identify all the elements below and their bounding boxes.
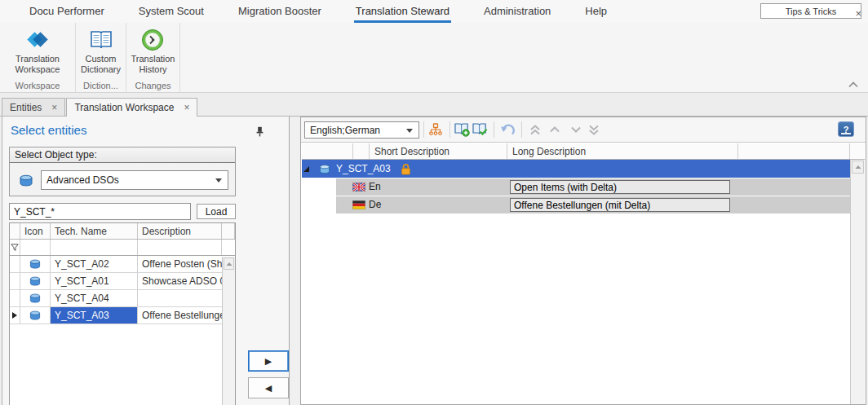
entity-node-row-selected[interactable]: Y_SCT_A03: [302, 160, 850, 178]
menu-help[interactable]: Help: [583, 1, 609, 23]
adso-icon: [20, 273, 51, 289]
scroll-up-icon[interactable]: [224, 258, 234, 270]
ribbon-collapse-chevron-icon[interactable]: [848, 81, 858, 88]
translation-workspace-button[interactable]: TranslationWorkspace: [16, 26, 60, 75]
entity-table-header: Icon Tech. Name Description: [10, 223, 235, 240]
database-icon: [18, 174, 34, 187]
ribbon-group-workspace: TranslationWorkspace Workspace: [0, 23, 76, 92]
filter-description-cell[interactable]: [138, 240, 222, 255]
table-row[interactable]: Y_SCT_A02 Offene Posten (Showa...: [10, 256, 222, 273]
long-description-field[interactable]: Offene Bestellungen (mit Delta): [510, 198, 730, 212]
language-code: De: [369, 199, 381, 210]
tech-name-cell[interactable]: Y_SCT_A02: [51, 256, 138, 272]
tech-name-cell[interactable]: Y_SCT_A01: [51, 273, 138, 289]
header-scroll-cell: [850, 143, 865, 159]
header-icon[interactable]: Icon: [20, 223, 51, 239]
header-long-description[interactable]: Long Description: [507, 143, 738, 159]
header-empty-cell: [738, 143, 850, 159]
select-entities-panel: Select entities Select Object type: Adva…: [2, 117, 290, 405]
header-empty-cell: [302, 143, 353, 159]
tab-entities[interactable]: Entities ×: [2, 98, 65, 116]
load-button[interactable]: Load: [197, 204, 236, 219]
scroll-up-icon[interactable]: [852, 161, 864, 174]
chevron-down-icon: [215, 178, 222, 183]
row-indicator-cell: [10, 273, 20, 289]
description-cell[interactable]: Offene Posten (Showa...: [138, 256, 222, 272]
object-type-value: Advanced DSOs: [46, 174, 119, 186]
close-document-icon[interactable]: ×: [855, 7, 861, 20]
translation-grid-scrollbar[interactable]: [850, 160, 865, 404]
language-code: En: [369, 181, 381, 192]
language-row[interactable]: De Offene Bestellungen (mit Delta): [302, 196, 850, 214]
ribbon-button-label: Custom: [86, 54, 117, 64]
toolbar-separator: [521, 121, 522, 138]
help-button[interactable]: ?: [838, 121, 854, 137]
close-icon[interactable]: ×: [184, 103, 189, 112]
object-type-group: Select Object type: Advanced DSOs: [9, 147, 236, 196]
entity-table-scrollbar[interactable]: [222, 257, 235, 405]
document-tab-strip: Entities × Translation Workspace ×: [0, 93, 868, 117]
entity-table: Icon Tech. Name Description: [9, 222, 236, 405]
tech-name-cell[interactable]: Y_SCT_A03: [51, 307, 138, 324]
menu-translation-steward[interactable]: Translation Steward: [354, 1, 451, 23]
next-item-icon[interactable]: [567, 121, 585, 139]
tips-and-tricks-button[interactable]: Tips & Tricks: [760, 3, 861, 19]
header-scroll-cell: [222, 223, 235, 239]
header-description[interactable]: Description: [138, 223, 222, 239]
ribbon: TranslationWorkspace Workspace: [0, 23, 868, 93]
ribbon-group-label: Workspace: [16, 81, 60, 92]
filter-funnel-icon[interactable]: [10, 240, 20, 255]
first-item-icon[interactable]: [526, 121, 544, 139]
language-row[interactable]: En Open Items (with Delta): [302, 178, 850, 196]
menu-docu-performer[interactable]: Docu Performer: [28, 1, 106, 23]
germany-flag-icon: [352, 200, 365, 209]
filter-tech-name-cell[interactable]: [51, 240, 138, 255]
description-cell[interactable]: [138, 290, 222, 306]
add-to-dictionary-button[interactable]: [453, 121, 471, 139]
move-right-button[interactable]: ▶: [248, 350, 289, 372]
table-row[interactable]: Y_SCT_A04: [10, 290, 222, 307]
expand-triangle-icon[interactable]: [303, 165, 310, 173]
object-type-header: Select Object type:: [10, 147, 235, 163]
table-row-selected[interactable]: Y_SCT_A03 Offene Bestellungen (...: [10, 307, 222, 324]
close-icon[interactable]: ×: [51, 103, 57, 112]
translation-grid: Short Description Long Description Y_SCT…: [302, 143, 865, 404]
pin-icon[interactable]: [255, 126, 265, 137]
tab-translation-workspace[interactable]: Translation Workspace ×: [66, 98, 197, 117]
object-type-dropdown[interactable]: Advanced DSOs: [41, 170, 228, 190]
long-description-field[interactable]: Open Items (with Delta): [510, 180, 730, 194]
row-indicator-cell: [10, 290, 20, 306]
move-left-button[interactable]: ◀: [248, 377, 289, 398]
translation-toolbar: English;German: [301, 117, 866, 143]
custom-dictionary-button[interactable]: CustomDictionary: [81, 26, 121, 75]
adso-icon: [318, 164, 331, 174]
translation-history-icon: [140, 26, 166, 54]
tech-name-cell[interactable]: Y_SCT_A04: [51, 290, 138, 306]
ribbon-button-label: Workspace: [16, 64, 60, 74]
filter-icon-cell[interactable]: [20, 240, 51, 255]
adso-icon: [20, 307, 51, 324]
language-selector-dropdown[interactable]: English;German: [304, 121, 419, 139]
description-cell[interactable]: Showcase ADSO 01 (B...: [138, 273, 222, 289]
last-item-icon[interactable]: [585, 121, 603, 139]
menu-administration[interactable]: Administration: [482, 1, 552, 23]
menu-system-scout[interactable]: System Scout: [137, 1, 206, 23]
header-empty-cell: [353, 143, 370, 159]
header-indicator-cell: [10, 223, 20, 239]
header-short-description[interactable]: Short Description: [370, 143, 507, 159]
toolbar-separator: [450, 121, 450, 138]
dictionary-check-button[interactable]: [471, 121, 489, 139]
name-pattern-input[interactable]: [9, 203, 191, 220]
ribbon-group-label: Diction...: [83, 81, 118, 92]
hierarchy-view-button[interactable]: [427, 121, 445, 139]
menu-migration-booster[interactable]: Migration Booster: [237, 1, 323, 23]
translation-history-button[interactable]: TranslationHistory: [131, 26, 175, 75]
language-selector-value: English;German: [310, 125, 380, 136]
table-row[interactable]: Y_SCT_A01 Showcase ADSO 01 (B...: [10, 273, 222, 290]
description-cell[interactable]: Offene Bestellungen (...: [138, 307, 222, 324]
entity-table-filter-row: [10, 240, 235, 256]
previous-item-icon[interactable]: [546, 121, 564, 139]
undo-icon[interactable]: [498, 121, 516, 139]
ribbon-group-changes: TranslationHistory Changes: [126, 23, 180, 92]
header-tech-name[interactable]: Tech. Name: [51, 223, 138, 239]
